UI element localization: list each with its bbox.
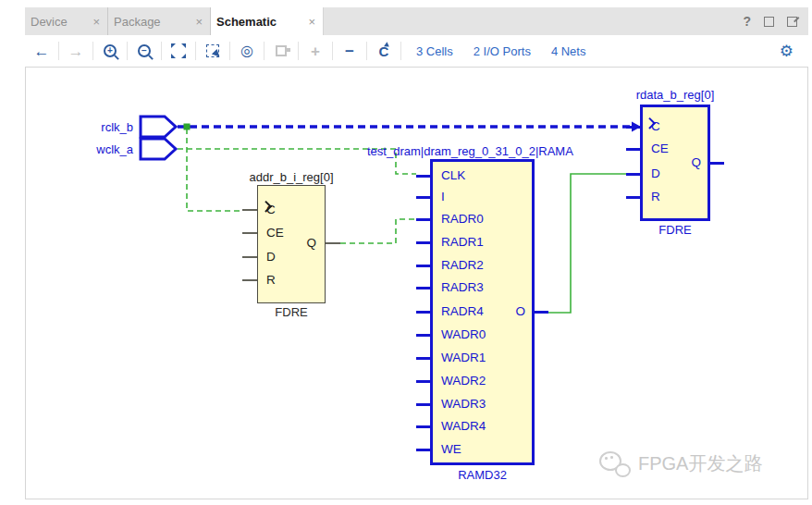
cell-addr-b-i-reg[interactable]: CCEDRQ — [257, 185, 326, 303]
pin-label-wadr2: WADR2 — [441, 374, 486, 388]
pin-stub-wadr4[interactable] — [416, 425, 430, 428]
pin-label-r: R — [651, 190, 660, 203]
pin-stub-r[interactable] — [626, 196, 640, 199]
pin-label-wadr4: WADR4 — [441, 419, 486, 433]
expand-plus-icon: + — [311, 43, 320, 59]
zoom-fit-button[interactable] — [162, 39, 195, 63]
float-window-icon[interactable] — [787, 17, 797, 27]
pin-label-wadr3: WADR3 — [441, 397, 486, 411]
zoom-out-icon: − — [138, 44, 151, 57]
maximize-icon[interactable] — [764, 17, 774, 27]
pin-label-ce: CE — [266, 226, 284, 240]
forward-arrow-icon: → — [68, 43, 84, 59]
cell-ramd32[interactable]: CLKIRADR0RADR1RADR2RADR3RADR4WADR0WADR1W… — [430, 159, 535, 465]
cell-rdata-b-reg[interactable]: CCEDRQ — [640, 105, 710, 221]
autofit-selection-icon: ◎ — [240, 43, 253, 58]
tab-device-label: Device — [31, 15, 68, 29]
zoom-out-button[interactable]: − — [128, 39, 161, 63]
settings-gear-icon[interactable]: ⚙ — [780, 43, 794, 59]
pin-label-d: D — [651, 166, 660, 180]
pin-label-wadr1: WADR1 — [441, 351, 486, 364]
pin-label-radr2: RADR2 — [441, 258, 484, 272]
expand-button[interactable]: + — [299, 39, 332, 63]
cell-addr-title: addr_b_i_reg[0] — [222, 170, 361, 184]
pin-stub-radr2[interactable] — [416, 265, 430, 267]
pin-stub-radr0[interactable] — [416, 218, 430, 221]
pin-label-q: Q — [306, 236, 316, 250]
pin-stub-r[interactable] — [242, 279, 257, 281]
wechat-logo-icon — [599, 450, 631, 477]
pin-label-radr0: RADR0 — [441, 212, 484, 226]
port-rclk-b-label: rclk_b — [78, 120, 133, 134]
pin-stub-i[interactable] — [416, 196, 430, 199]
tab-schematic[interactable]: Schematic × — [211, 7, 324, 35]
tab-schematic-close-icon[interactable]: × — [308, 15, 315, 29]
pin-stub-d[interactable] — [242, 256, 257, 258]
pin-label-radr1: RADR1 — [441, 235, 484, 249]
pin-stub-c[interactable] — [626, 126, 640, 129]
nets-count-link[interactable]: 4 Nets — [551, 44, 586, 58]
pin-stub-ce[interactable] — [242, 232, 257, 234]
cell-ram-title: test_dram|dram_reg_0_31_0_2|RAMA — [367, 144, 573, 158]
pin-label-d: D — [266, 250, 276, 264]
regenerate-icon: C — [379, 44, 389, 58]
zoom-to-selection-icon — [206, 44, 219, 57]
pin-stub-we[interactable] — [416, 449, 430, 451]
back-button[interactable]: ← — [25, 39, 58, 63]
help-icon[interactable]: ? — [743, 14, 751, 29]
pin-stub-radr1[interactable] — [416, 241, 430, 244]
pin-stub-wadr3[interactable] — [416, 403, 430, 406]
tab-device[interactable]: Device × — [25, 7, 108, 35]
forward-button[interactable]: → — [59, 39, 92, 63]
tab-package-label: Package — [114, 15, 161, 29]
cells-count-link[interactable]: 3 Cells — [416, 44, 453, 58]
watermark: FPGA开发之路 — [599, 450, 762, 477]
regenerate-button[interactable]: C — [367, 39, 400, 63]
pin-stub-ce[interactable] — [626, 148, 640, 151]
pin-stub-o[interactable] — [535, 311, 548, 314]
pin-label-q: Q — [691, 155, 701, 169]
pin-stub-q[interactable] — [326, 242, 340, 244]
zoom-fit-icon — [171, 43, 186, 58]
zoom-to-selection-button[interactable] — [196, 39, 229, 63]
collapse-button[interactable]: − — [333, 39, 366, 63]
pin-stub-wadr0[interactable] — [416, 334, 430, 337]
pin-stub-wadr2[interactable] — [416, 380, 430, 383]
pin-label-radr4: RADR4 — [441, 304, 484, 318]
tab-bar: Device × Package × Schematic × ? — [25, 7, 808, 36]
back-arrow-icon: ← — [34, 43, 50, 59]
tab-package[interactable]: Package × — [108, 7, 211, 35]
cell-rdata-title: rdata_b_reg[0] — [606, 88, 744, 102]
pin-stub-c[interactable] — [242, 209, 257, 211]
zoom-in-button[interactable]: + — [93, 39, 127, 63]
autofit-selection-button[interactable]: ◎ — [230, 39, 264, 63]
pin-label-o: O — [515, 304, 525, 318]
pin-label-clk: CLK — [441, 168, 465, 182]
tab-schematic-label: Schematic — [216, 15, 277, 29]
cell-addr-type-label: FDRE — [257, 305, 326, 319]
pin-label-radr3: RADR3 — [441, 280, 484, 294]
schematic-toolbar: ← → + − ◎ + − C 3 Cells 2 I/O Ports 4 Ne… — [25, 35, 808, 68]
zoom-in-icon: + — [104, 44, 117, 57]
cell-rdata-type-label: FDRE — [640, 223, 710, 237]
pin-stub-d[interactable] — [626, 173, 640, 176]
pin-label-wadr0: WADR0 — [441, 327, 486, 341]
tab-device-close-icon[interactable]: × — [92, 15, 100, 29]
collapse-minus-icon: − — [345, 43, 354, 59]
watermark-text: FPGA开发之路 — [638, 451, 762, 476]
io-ports-count-link[interactable]: 2 I/O Ports — [474, 44, 531, 58]
tab-package-close-icon[interactable]: × — [195, 15, 203, 29]
port-wclk-a-label: wclk_a — [78, 142, 133, 156]
expand-cone-icon — [276, 45, 287, 56]
pin-label-i: I — [441, 190, 445, 203]
pin-stub-clk[interactable] — [416, 175, 430, 178]
pin-stub-q[interactable] — [710, 162, 724, 165]
toolbar-separator — [400, 42, 401, 60]
pin-stub-radr4[interactable] — [416, 311, 430, 314]
pin-label-we: WE — [441, 442, 461, 456]
pin-stub-radr3[interactable] — [416, 287, 430, 289]
expand-cone-button[interactable] — [265, 39, 298, 63]
pin-stub-wadr1[interactable] — [416, 357, 430, 360]
cell-ram-type-label: RAMD32 — [430, 468, 535, 482]
pin-label-ce: CE — [651, 142, 669, 155]
